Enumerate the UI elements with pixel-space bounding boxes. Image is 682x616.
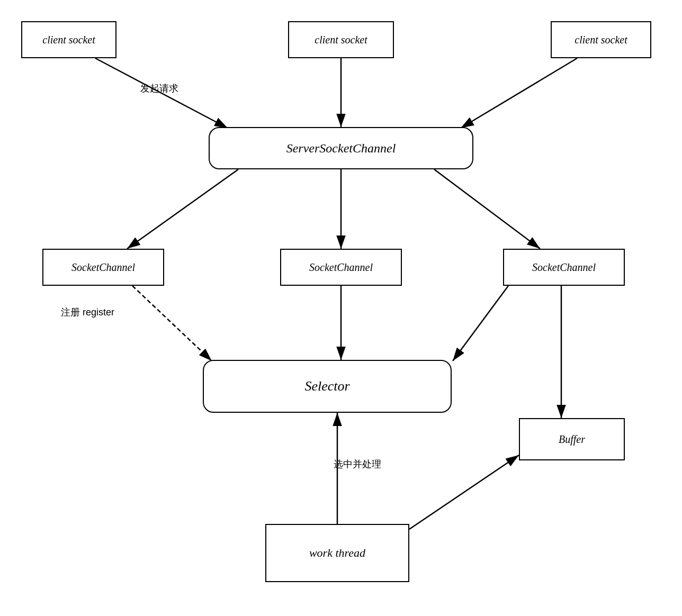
xuan-zhong-bing-chu-li-label: 选中并处理 xyxy=(334,458,381,470)
client-socket-left-label: client socket xyxy=(42,34,95,46)
socket-channel-right-label: SocketChannel xyxy=(532,261,596,274)
svg-line-7 xyxy=(434,169,540,249)
client-socket-center-label: client socket xyxy=(315,34,367,46)
selector-box: Selector xyxy=(203,360,452,413)
svg-line-13 xyxy=(409,455,519,529)
diagram: client socket client socket client socke… xyxy=(0,0,682,616)
socket-channel-left-label: SocketChannel xyxy=(71,261,135,274)
socket-channel-left-box: SocketChannel xyxy=(42,249,164,286)
buffer-box: Buffer xyxy=(519,418,625,460)
svg-line-10 xyxy=(453,286,508,361)
client-socket-center-box: client socket xyxy=(288,21,394,58)
svg-line-4 xyxy=(461,58,577,128)
socket-channel-center-box: SocketChannel xyxy=(280,249,402,286)
socket-channel-center-label: SocketChannel xyxy=(309,261,373,274)
fa-qi-qing-qiu-label: 发起请求 xyxy=(140,82,178,95)
zhu-ce-register-label: 注册 register xyxy=(61,306,114,319)
selector-label: Selector xyxy=(304,378,349,394)
work-thread-label: work thread xyxy=(309,546,365,560)
client-socket-left-box: client socket xyxy=(21,21,116,58)
socket-channel-right-box: SocketChannel xyxy=(503,249,625,286)
work-thread-box: work thread xyxy=(265,524,409,582)
server-socket-channel-label: ServerSocketChannel xyxy=(286,141,396,156)
buffer-label: Buffer xyxy=(559,433,585,446)
client-socket-right-box: client socket xyxy=(551,21,651,58)
svg-line-5 xyxy=(127,169,238,249)
svg-line-8 xyxy=(132,286,212,361)
client-socket-right-label: client socket xyxy=(575,34,627,46)
server-socket-channel-box: ServerSocketChannel xyxy=(209,127,473,169)
